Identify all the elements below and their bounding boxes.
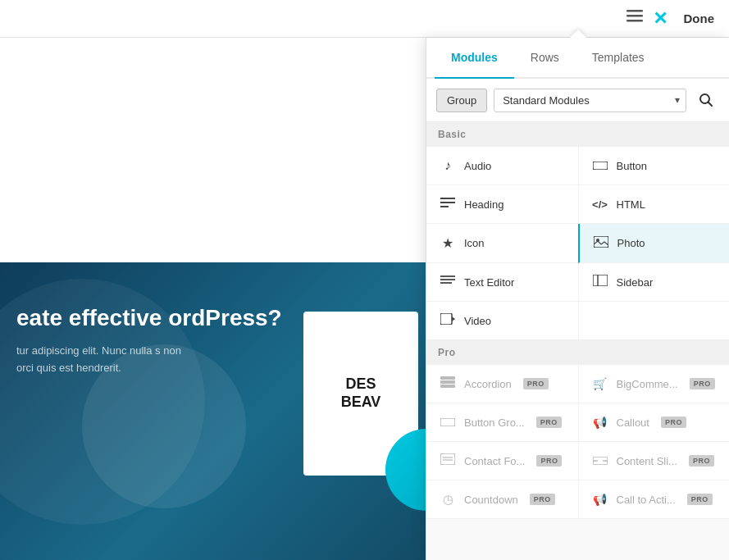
panel-tabs: Modules Rows Templates bbox=[426, 38, 729, 79]
module-sidebar[interactable]: Sidebar bbox=[578, 263, 730, 302]
module-contact-form-label: Contact Fo... bbox=[464, 455, 525, 467]
photo-icon bbox=[593, 236, 609, 251]
button-icon bbox=[592, 158, 608, 173]
tab-templates[interactable]: Templates bbox=[576, 38, 661, 79]
module-text-editor[interactable]: Text Editor bbox=[426, 263, 578, 302]
module-video-label: Video bbox=[464, 315, 491, 327]
button-group-icon bbox=[440, 415, 456, 430]
tab-modules[interactable]: Modules bbox=[435, 38, 514, 79]
sidebar-module-icon bbox=[592, 275, 608, 289]
tab-rows[interactable]: Rows bbox=[514, 38, 576, 79]
module-sidebar-label: Sidebar bbox=[617, 276, 654, 289]
contact-form-pro-badge: PRO bbox=[536, 455, 562, 467]
section-pro-header: Pro bbox=[426, 340, 729, 365]
module-accordion[interactable]: Accordion PRO bbox=[426, 365, 578, 403]
bigcommerce-pro-badge: PRO bbox=[690, 378, 715, 389]
svg-rect-1 bbox=[626, 15, 643, 17]
svg-marker-17 bbox=[452, 316, 455, 321]
module-callout-label: Callout bbox=[617, 417, 649, 429]
icon-icon: ★ bbox=[440, 235, 456, 251]
bg-main-heading: eate effective ordPress? bbox=[16, 303, 282, 333]
svg-line-4 bbox=[708, 102, 713, 107]
audio-icon: ♪ bbox=[440, 158, 456, 173]
module-icon[interactable]: ★ Icon bbox=[426, 224, 578, 263]
module-content-slider-label: Content Sli... bbox=[617, 455, 677, 467]
search-button[interactable] bbox=[693, 87, 719, 113]
module-type-select[interactable]: Standard Modules Theme Modules All Modul… bbox=[494, 89, 686, 112]
heading-icon bbox=[440, 197, 456, 212]
module-type-select-wrapper: Standard Modules Theme Modules All Modul… bbox=[494, 89, 686, 112]
accordion-pro-badge: PRO bbox=[523, 378, 549, 389]
module-photo-label: Photo bbox=[617, 237, 645, 249]
module-contact-form[interactable]: Contact Fo... PRO bbox=[426, 442, 578, 480]
group-button[interactable]: Group bbox=[436, 89, 487, 112]
callout-icon: 📢 bbox=[592, 416, 608, 429]
empty-cell bbox=[578, 302, 730, 340]
module-callout[interactable]: 📢 Callout PRO bbox=[578, 403, 730, 442]
call-to-action-icon: 📢 bbox=[592, 493, 608, 506]
module-call-to-action-label: Call to Acti... bbox=[617, 494, 676, 506]
pro-modules-grid: Accordion PRO 🛒 BigComme... PRO Button G… bbox=[426, 365, 729, 519]
bigcommerce-icon: 🛒 bbox=[592, 377, 608, 390]
panel-content: Basic ♪ Audio Button bbox=[426, 122, 729, 560]
svg-rect-16 bbox=[440, 313, 452, 325]
module-html-label: HTML bbox=[617, 198, 645, 211]
content-slider-icon bbox=[592, 453, 608, 468]
module-call-to-action[interactable]: 📢 Call to Acti... PRO bbox=[578, 480, 730, 519]
accordion-icon bbox=[440, 376, 456, 391]
module-video[interactable]: Video bbox=[426, 302, 578, 340]
module-heading-label: Heading bbox=[464, 198, 503, 211]
svg-rect-0 bbox=[626, 10, 643, 12]
list-icon[interactable] bbox=[626, 10, 643, 27]
countdown-icon: ◷ bbox=[440, 492, 456, 507]
countdown-pro-badge: PRO bbox=[530, 494, 555, 505]
module-countdown-label: Countdown bbox=[464, 494, 518, 506]
bg-sub-text: tur adipiscing elit. Nunc nulla s non or… bbox=[16, 343, 197, 377]
module-audio[interactable]: ♪ Audio bbox=[426, 147, 578, 185]
panel-pointer bbox=[570, 30, 586, 38]
content-slider-pro-badge: PRO bbox=[689, 455, 714, 467]
video-icon bbox=[440, 313, 456, 328]
svg-rect-22 bbox=[440, 453, 455, 465]
svg-rect-19 bbox=[440, 380, 455, 384]
svg-rect-9 bbox=[594, 236, 608, 248]
background-text: eate effective ordPress? tur adipiscing … bbox=[0, 262, 298, 377]
module-button-group-label: Button Gro... bbox=[464, 417, 525, 429]
module-html[interactable]: </> HTML bbox=[578, 185, 730, 224]
module-icon-label: Icon bbox=[464, 237, 485, 249]
section-basic-header: Basic bbox=[426, 122, 729, 147]
filter-row: Group Standard Modules Theme Modules All… bbox=[426, 79, 729, 122]
modules-panel: Modules Rows Templates Group Standard Mo… bbox=[426, 38, 729, 560]
svg-rect-21 bbox=[440, 418, 455, 426]
svg-rect-2 bbox=[626, 20, 643, 22]
module-button-label: Button bbox=[617, 160, 648, 172]
html-icon: </> bbox=[592, 198, 608, 211]
module-audio-label: Audio bbox=[464, 160, 491, 172]
callout-pro-badge: PRO bbox=[661, 417, 686, 428]
module-bigcommerce[interactable]: 🛒 BigComme... PRO bbox=[578, 365, 730, 403]
svg-rect-14 bbox=[593, 275, 608, 286]
module-accordion-label: Accordion bbox=[464, 378, 512, 390]
module-countdown[interactable]: ◷ Countdown PRO bbox=[426, 480, 578, 519]
top-toolbar: ✕ Done bbox=[0, 0, 729, 38]
button-group-pro-badge: PRO bbox=[536, 417, 562, 428]
close-icon[interactable]: ✕ bbox=[653, 8, 667, 30]
module-photo[interactable]: Photo bbox=[578, 224, 730, 263]
basic-modules-grid: ♪ Audio Button Heading bbox=[426, 147, 729, 340]
svg-rect-5 bbox=[593, 162, 608, 170]
done-button[interactable]: Done bbox=[677, 8, 722, 29]
svg-rect-18 bbox=[440, 376, 455, 380]
call-to-action-pro-badge: PRO bbox=[687, 494, 713, 505]
svg-rect-20 bbox=[440, 385, 455, 388]
module-text-editor-label: Text Editor bbox=[464, 276, 514, 289]
module-button-group[interactable]: Button Gro... PRO bbox=[426, 403, 578, 442]
module-button[interactable]: Button bbox=[578, 147, 730, 185]
module-heading[interactable]: Heading bbox=[426, 185, 578, 224]
text-editor-icon bbox=[440, 275, 456, 289]
contact-form-icon bbox=[440, 453, 456, 468]
card-heading: DESBEAV bbox=[341, 376, 381, 411]
module-content-slider[interactable]: Content Sli... PRO bbox=[578, 442, 730, 480]
module-bigcommerce-label: BigComme... bbox=[617, 378, 678, 390]
